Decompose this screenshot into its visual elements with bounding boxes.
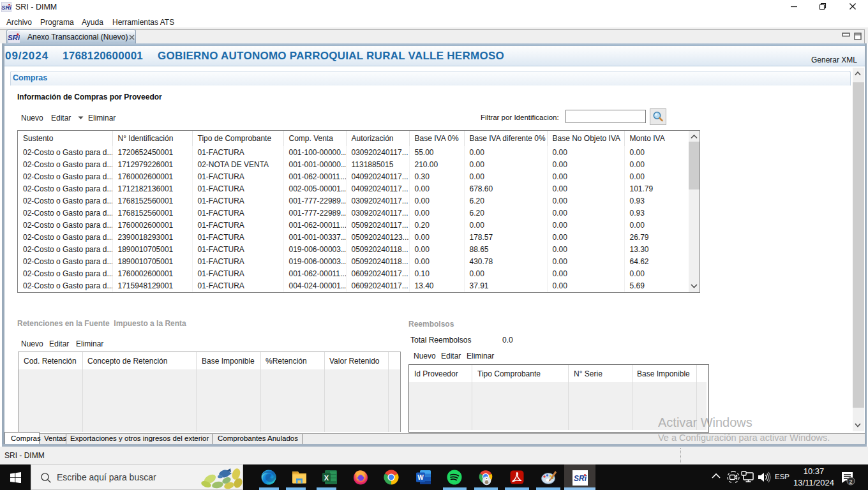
svg-text:X: X (324, 474, 329, 482)
svg-text:2: 2 (849, 479, 852, 485)
svg-text:W: W (417, 474, 424, 481)
